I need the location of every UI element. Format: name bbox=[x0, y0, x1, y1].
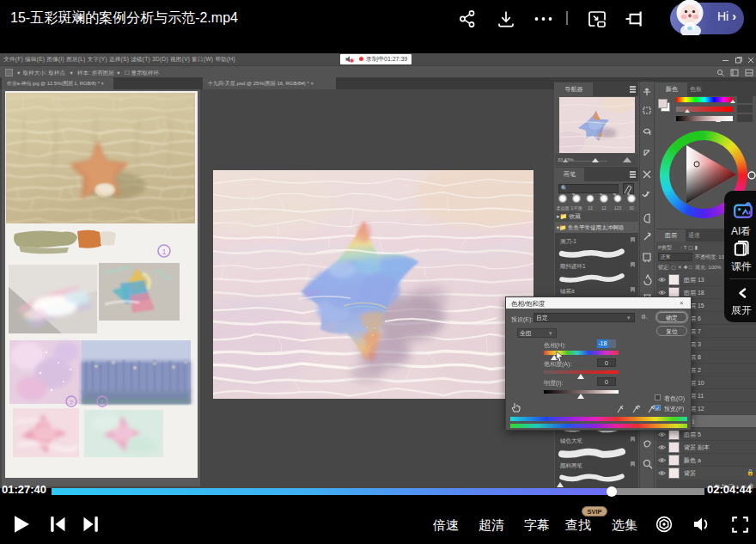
svg-text:13: 13 bbox=[588, 205, 593, 211]
svg-text:颜料画笔: 颜料画笔 bbox=[560, 462, 583, 468]
svg-text:2: 2 bbox=[70, 399, 74, 406]
svg-text:铺装a: 铺装a bbox=[559, 288, 575, 294]
svg-text:1平滑: 1平滑 bbox=[571, 205, 582, 211]
svg-text:颤抖迹环1: 颤抖迹环1 bbox=[559, 263, 586, 270]
svg-text:铺色大笔: 铺色大笔 bbox=[559, 437, 583, 443]
svg-text:1: 1 bbox=[101, 399, 105, 406]
svg-text:30: 30 bbox=[629, 205, 634, 211]
svg-text:1: 1 bbox=[162, 248, 166, 256]
svg-text:测刀-1: 测刀-1 bbox=[560, 238, 576, 245]
svg-text:柔边圆: 柔边圆 bbox=[557, 205, 570, 211]
svg-text:123: 123 bbox=[614, 205, 622, 211]
svg-text:12: 12 bbox=[601, 205, 607, 211]
